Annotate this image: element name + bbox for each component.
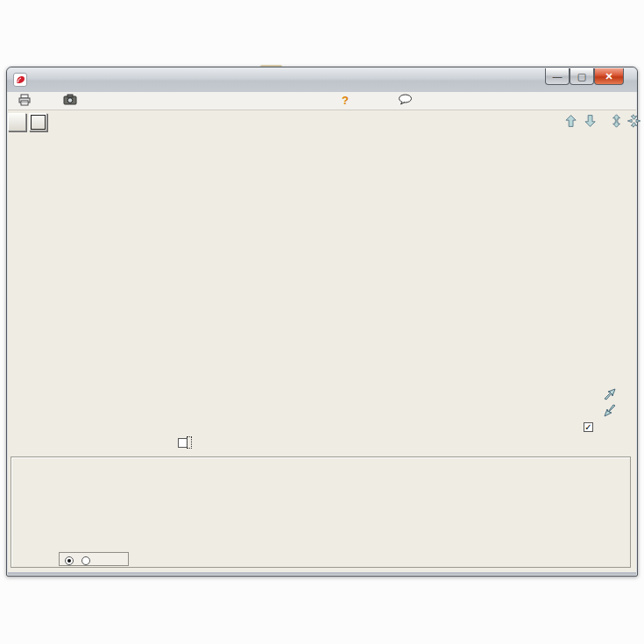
checkbox-box[interactable] — [178, 438, 188, 448]
arrow-sw-icon[interactable] — [605, 405, 615, 416]
lin-log-groupbox — [59, 552, 129, 566]
eq-flat-checkbox[interactable] — [178, 437, 191, 448]
app-icon — [13, 73, 27, 87]
auto-checkbox[interactable]: ✓ — [584, 420, 593, 432]
maximize-button[interactable]: ▢ — [570, 68, 594, 85]
printer-icon — [18, 94, 32, 106]
compress-vertical-icon[interactable] — [627, 115, 640, 127]
screenshot-root: { "window": { "title": "OmniMic - Waterf… — [0, 0, 644, 644]
expand-vertical-icon[interactable] — [613, 115, 620, 127]
lin-radio[interactable] — [65, 555, 74, 565]
title-bar[interactable]: — ▢ ✕ — [7, 67, 637, 92]
impulse-plot — [7, 455, 631, 553]
camera-icon — [63, 94, 77, 105]
shift-up-icon[interactable] — [566, 116, 576, 127]
scale-arrow-buttons — [563, 114, 641, 133]
help-icon: ? — [342, 94, 349, 107]
arrow-ne-icon[interactable] — [605, 389, 615, 400]
waterfall-plot — [5, 107, 633, 454]
shift-down-icon[interactable] — [585, 116, 595, 127]
minimize-button[interactable]: — — [545, 68, 570, 85]
diagonal-arrow-buttons — [603, 387, 626, 419]
speech-bubble-icon — [398, 94, 413, 105]
log-radio[interactable] — [81, 555, 90, 565]
close-button[interactable]: ✕ — [594, 68, 624, 85]
checkbox-box[interactable]: ✓ — [584, 422, 593, 432]
